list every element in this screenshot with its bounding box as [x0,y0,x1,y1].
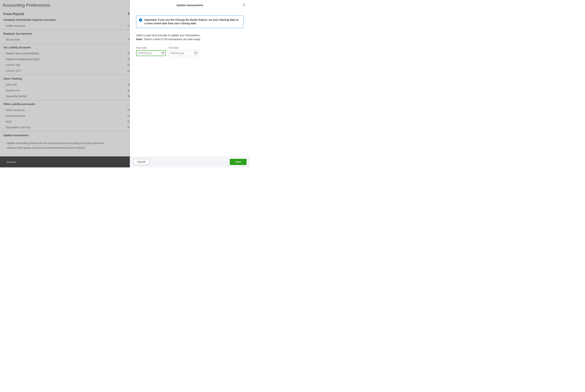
panel-footer: Cancel Save [130,156,250,168]
note-label: Note: [136,38,143,41]
cancel-button[interactable]: Cancel [133,159,149,165]
start-date-label: Start date [136,46,166,49]
panel-body: i Important: if you use the Closing the … [130,10,250,156]
note-text: There's a limit of 200 transactions per … [143,38,201,41]
info-text-bold: Important: if you use the Closing the Bo… [144,18,238,25]
start-date-wrap [136,50,166,56]
save-button[interactable]: Save [230,159,247,165]
start-date-group: Start date [136,46,166,56]
start-date-input[interactable] [136,50,166,56]
date-fields: Start date End date [136,46,244,56]
info-icon: i [139,18,142,22]
panel-header: Update transactions [130,0,250,10]
close-button[interactable] [242,3,246,7]
end-date-input[interactable] [169,50,199,56]
info-callout: i Important: if you use the Closing the … [136,16,244,28]
instruction-line1: Select a start and end date to update yo… [136,34,200,37]
end-date-label: End date [169,46,199,49]
update-transactions-panel: Update transactions i Important: if you … [130,0,250,168]
close-icon [242,3,245,6]
panel-title: Update transactions [176,4,203,7]
instruction-text: Select a start and end date to update yo… [136,34,244,41]
info-text: Important: if you use the Closing the Bo… [144,18,240,25]
end-date-group: End date [169,46,199,56]
end-date-wrap [169,50,199,56]
